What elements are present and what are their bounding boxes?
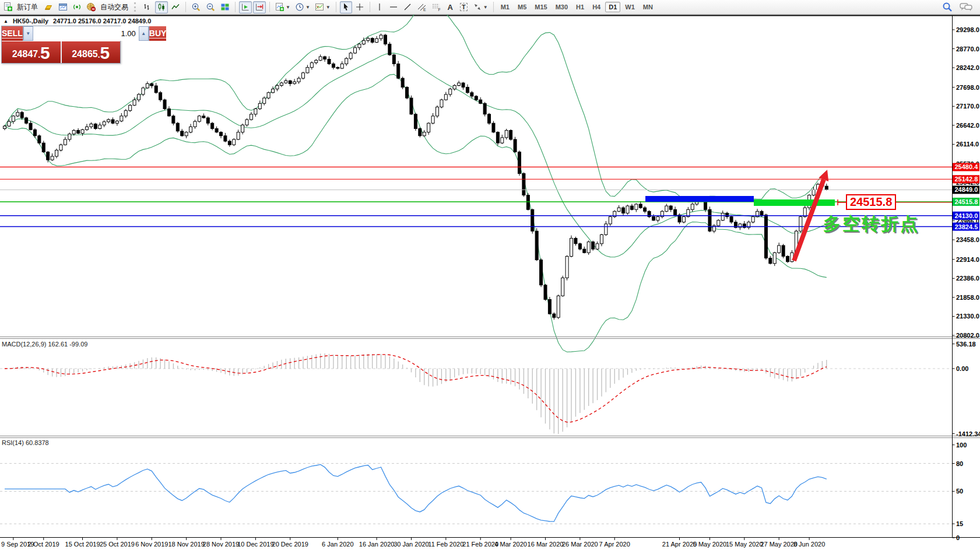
collapse-triangle-icon[interactable]: ▲ bbox=[3, 19, 8, 24]
volume-decrease-button[interactable]: ▼ bbox=[23, 26, 33, 41]
blue-zone-rect[interactable] bbox=[645, 196, 754, 202]
zoom-out-button[interactable] bbox=[204, 1, 217, 13]
sell-button[interactable]: SELL bbox=[2, 26, 23, 41]
market-watch-button[interactable] bbox=[41, 1, 55, 13]
ohlc-values: 24771.0 25176.0 24717.0 24849.0 bbox=[53, 17, 151, 24]
toolbar-separator bbox=[185, 2, 186, 12]
arrows-button[interactable]: ▼ bbox=[471, 1, 490, 13]
chart-canvas[interactable]: 29298.028770.028242.027698.027170.026642… bbox=[0, 0, 980, 550]
chart-shift-icon bbox=[255, 2, 264, 12]
tf-mn[interactable]: MN bbox=[640, 2, 656, 12]
cursor-icon bbox=[342, 2, 350, 12]
buy-button[interactable]: BUY bbox=[149, 26, 167, 41]
bar-chart-icon bbox=[143, 2, 152, 12]
tf-m5[interactable]: M5 bbox=[514, 2, 530, 12]
date-tick-label: 2 Oct 2019 bbox=[28, 541, 59, 548]
auto-scroll-icon bbox=[241, 2, 250, 12]
tf-h4[interactable]: H4 bbox=[589, 2, 604, 12]
text-label-button[interactable]: T bbox=[458, 1, 470, 13]
text-icon: A bbox=[448, 3, 453, 12]
line-chart-button[interactable] bbox=[169, 1, 182, 13]
date-tick-label: 10 Dec 2019 bbox=[237, 541, 273, 548]
axis-tick-label: 15 bbox=[956, 520, 963, 527]
toolbar: 新订单 自动交易 bbox=[0, 0, 980, 15]
axis-tick-label: 20802.0 bbox=[956, 332, 979, 339]
axis-tick-label: 0.00 bbox=[956, 365, 968, 372]
tile-windows-button[interactable] bbox=[219, 1, 231, 13]
horizontal-line-button[interactable] bbox=[387, 1, 400, 13]
date-tick-label: 21 Apr 2020 bbox=[662, 541, 697, 548]
indicators-button[interactable]: ▼ bbox=[273, 1, 292, 13]
fibonacci-button[interactable]: F bbox=[430, 1, 443, 13]
periods-button[interactable]: ▼ bbox=[293, 1, 312, 13]
horizontal-line-icon bbox=[389, 3, 398, 11]
date-tick-label: 15 May 2020 bbox=[726, 541, 763, 548]
candlestick-button[interactable] bbox=[155, 1, 168, 13]
axis-tick-label: 22914.0 bbox=[956, 256, 979, 263]
date-tick-label: 30 Jan 2020 bbox=[394, 541, 429, 548]
channel-button[interactable]: E bbox=[415, 1, 428, 13]
auto-trade-button[interactable] bbox=[85, 1, 98, 13]
toolbar-separator bbox=[370, 2, 370, 12]
crosshair-icon bbox=[355, 2, 364, 12]
vertical-line-button[interactable] bbox=[374, 1, 386, 13]
cursor-button[interactable] bbox=[340, 1, 352, 13]
tf-m15[interactable]: M15 bbox=[531, 2, 550, 12]
trendline-icon bbox=[403, 2, 412, 12]
date-tick-label: 26 Mar 2020 bbox=[562, 541, 598, 548]
price-level-tag[interactable]: 24515.8 bbox=[846, 194, 896, 210]
new-order-label[interactable]: 新订单 bbox=[17, 2, 38, 12]
sell-price-main: 24847 bbox=[12, 47, 38, 62]
templates-button[interactable]: ▼ bbox=[313, 1, 332, 13]
chevron-down-icon: ▼ bbox=[305, 5, 310, 10]
fibonacci-icon: F bbox=[431, 2, 441, 12]
annotation-text[interactable]: 多空转折点 bbox=[823, 212, 919, 236]
auto-trade-label[interactable]: 自动交易 bbox=[100, 2, 128, 12]
buy-price[interactable]: 24865 . 5 bbox=[62, 41, 121, 63]
signal-icon bbox=[72, 2, 82, 12]
trendline-button[interactable] bbox=[401, 1, 414, 13]
date-tick-label: 5 May 2020 bbox=[693, 541, 726, 548]
chevron-down-icon: ▼ bbox=[286, 5, 290, 10]
sell-price[interactable]: 24847 . 5 bbox=[2, 41, 62, 63]
axis-tick-label: 21858.0 bbox=[956, 294, 979, 301]
axis-tick-label: 50 bbox=[956, 488, 963, 495]
tf-m1[interactable]: M1 bbox=[497, 2, 513, 12]
text-label-icon: T bbox=[460, 3, 468, 11]
date-tick-label: 27 May 2020 bbox=[760, 541, 798, 548]
date-tick-label: 18 Nov 2019 bbox=[168, 541, 204, 548]
axis-tick-label: -1412.34 bbox=[956, 430, 980, 437]
volume-input[interactable] bbox=[33, 26, 139, 41]
tf-d1[interactable]: D1 bbox=[605, 2, 620, 12]
price-badge-label: 24849.0 bbox=[955, 186, 978, 193]
toolbar-separator bbox=[269, 2, 270, 12]
buy-price-main: 24865 bbox=[72, 47, 98, 62]
text-button[interactable]: A bbox=[444, 1, 456, 13]
data-window-icon bbox=[58, 2, 68, 12]
axis-tick-label: 28242.0 bbox=[956, 64, 979, 71]
green-zone-rect[interactable] bbox=[754, 199, 835, 206]
axis-tick-label: 29298.0 bbox=[956, 26, 979, 33]
data-window-button[interactable] bbox=[57, 1, 69, 13]
volume-increase-button[interactable]: ▲ bbox=[139, 26, 149, 41]
search-icon[interactable] bbox=[942, 2, 953, 12]
zoom-in-button[interactable] bbox=[189, 1, 203, 13]
date-tick-label: 7 Apr 2020 bbox=[599, 541, 630, 548]
bar-chart-button[interactable] bbox=[141, 1, 154, 13]
axis-tick-label: 28770.0 bbox=[956, 45, 979, 52]
tf-m30[interactable]: M30 bbox=[552, 2, 571, 12]
chart-shift-button[interactable] bbox=[253, 1, 266, 13]
chat-icon[interactable] bbox=[960, 2, 972, 12]
date-tick-label: 15 Oct 2019 bbox=[65, 541, 100, 548]
axis-tick-label: 26642.0 bbox=[956, 122, 979, 129]
tf-w1[interactable]: W1 bbox=[621, 2, 638, 12]
price-badge-label: 24515.8 bbox=[955, 198, 978, 205]
signal-button[interactable] bbox=[71, 1, 83, 13]
auto-scroll-button[interactable] bbox=[239, 1, 252, 13]
tf-h1[interactable]: H1 bbox=[572, 2, 588, 12]
equidistant-channel-icon: E bbox=[417, 2, 427, 12]
crosshair-button[interactable] bbox=[353, 1, 366, 13]
date-tick-label: 20 Dec 2019 bbox=[272, 541, 308, 548]
one-click-trade-panel: SELL ▼ ▲ BUY 24847 . 5 24865 . 5 bbox=[1, 26, 121, 64]
new-order-button[interactable] bbox=[2, 1, 15, 13]
